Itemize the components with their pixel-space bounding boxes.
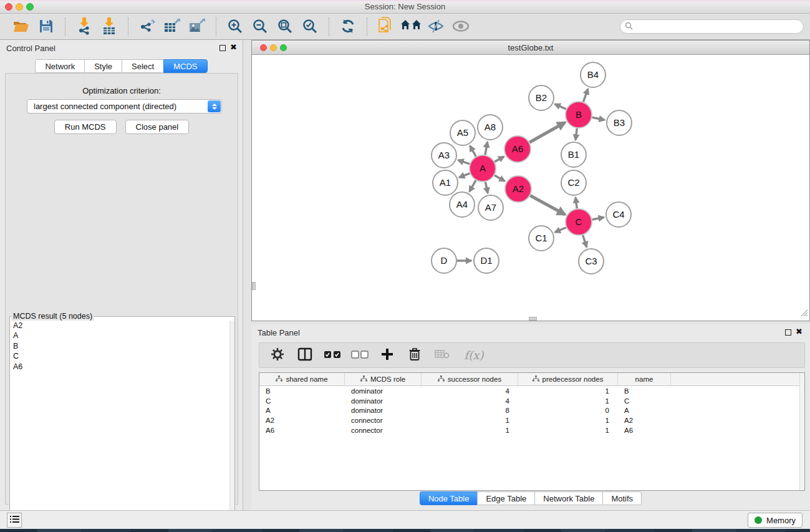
table-scrollbar[interactable] — [799, 373, 804, 490]
tab-edge-table[interactable]: Edge Table — [477, 491, 534, 505]
cell-MCDS-role[interactable]: connector — [345, 427, 422, 434]
table-row[interactable]: A6connector11A6 — [259, 425, 804, 435]
column-header-MCDS-role[interactable]: MCDS role — [345, 373, 422, 385]
cell-shared-name[interactable]: A — [259, 407, 345, 414]
graph-node-A4[interactable]: A4 — [450, 192, 475, 217]
layout-refresh-button[interactable] — [335, 16, 360, 37]
delete-table-button[interactable] — [433, 346, 451, 365]
graph-edge-A6-B[interactable] — [529, 122, 565, 142]
tab-motifs[interactable]: Motifs — [602, 491, 642, 505]
graph-node-B2[interactable]: B2 — [529, 85, 554, 110]
search-input[interactable] — [635, 22, 803, 32]
graph-edge-B-B3[interactable] — [592, 117, 605, 120]
table-row[interactable]: Adominator80A — [259, 406, 804, 416]
graph-node-C4[interactable]: C4 — [606, 202, 631, 227]
table-row[interactable]: Bdominator41B — [259, 386, 804, 396]
cell-MCDS-role[interactable]: dominator — [345, 397, 422, 405]
cell-predecessor-nodes[interactable]: 1 — [518, 397, 618, 405]
graph-node-B3[interactable]: B3 — [607, 110, 632, 135]
zoom-in-button[interactable] — [223, 16, 248, 37]
cell-MCDS-role[interactable]: connector — [345, 417, 422, 424]
cell-shared-name[interactable]: B — [259, 387, 345, 395]
graph-node-A2[interactable]: A2 — [505, 176, 531, 202]
import-network-button[interactable] — [72, 16, 97, 37]
show-column-panel-button[interactable] — [296, 346, 314, 365]
resize-grip-icon[interactable] — [801, 308, 808, 319]
graph-edge-B-B1[interactable] — [576, 128, 577, 140]
tab-mcds[interactable]: MCDS — [163, 59, 207, 73]
cell-successor-nodes[interactable]: 1 — [422, 417, 518, 424]
deselect-all-rows-button[interactable] — [350, 346, 369, 365]
graph-node-A1[interactable]: A1 — [433, 170, 458, 195]
graph-node-C2[interactable]: C2 — [561, 170, 586, 195]
cell-MCDS-role[interactable]: dominator — [345, 387, 422, 395]
export-image-button[interactable] — [185, 16, 210, 37]
save-session-button[interactable] — [34, 16, 59, 37]
table-row[interactable]: Cdominator41C — [259, 396, 804, 406]
export-network-button[interactable] — [135, 16, 160, 37]
cell-shared-name[interactable]: A2 — [259, 417, 345, 424]
graph-edge-C-C4[interactable] — [592, 217, 604, 220]
network-window-titlebar[interactable]: testGlobe.txt — [252, 41, 809, 55]
clone-network-button[interactable] — [374, 16, 398, 37]
graph-node-A3[interactable]: A3 — [432, 143, 456, 168]
run-mcds-button[interactable]: Run MCDS — [54, 120, 117, 134]
cell-name[interactable]: A2 — [618, 417, 671, 424]
cell-name[interactable]: A6 — [618, 427, 671, 434]
mcds-result-list[interactable]: A2ABCA6 — [10, 321, 234, 525]
graph-node-D[interactable]: D — [432, 248, 456, 273]
graph-node-C3[interactable]: C3 — [579, 249, 604, 274]
cell-predecessor-nodes[interactable]: 1 — [518, 387, 618, 395]
network-canvas[interactable]: AA1A2A3A4A5A6A7A8BB1B2B3B4CC1C2C3C4DD1 — [252, 55, 809, 321]
cell-shared-name[interactable]: A6 — [259, 427, 345, 434]
graph-edge-B-B4[interactable] — [583, 89, 587, 102]
result-item[interactable]: A — [10, 331, 234, 341]
cell-successor-nodes[interactable]: 4 — [422, 397, 518, 405]
criterion-dropdown[interactable]: largest connected component (directed) — [27, 99, 222, 114]
tab-select[interactable]: Select — [122, 59, 163, 73]
graph-node-A[interactable]: A — [470, 155, 496, 181]
graph-node-B4[interactable]: B4 — [581, 62, 605, 87]
memory-button[interactable]: Memory — [748, 513, 803, 528]
graph-edge-A-A7[interactable] — [485, 182, 488, 193]
delete-column-button[interactable] — [405, 346, 424, 365]
float-panel-icon[interactable] — [219, 45, 226, 51]
close-panel-icon[interactable]: ✖ — [230, 42, 237, 52]
export-table-button[interactable] — [160, 16, 185, 37]
tab-node-table[interactable]: Node Table — [420, 491, 478, 505]
column-header-name[interactable]: name — [618, 373, 671, 385]
cell-name[interactable]: B — [618, 387, 671, 395]
table-row[interactable]: A2connector11A2 — [259, 415, 804, 425]
column-header-shared-name[interactable]: shared name — [259, 373, 345, 385]
show-hide-button[interactable] — [448, 16, 473, 37]
result-item[interactable]: C — [10, 351, 234, 361]
graph-node-C[interactable]: C — [566, 209, 592, 235]
column-header-predecessor-nodes[interactable]: predecessor nodes — [518, 373, 618, 385]
cell-successor-nodes[interactable]: 8 — [422, 407, 518, 414]
table-settings-button[interactable] — [268, 346, 287, 365]
graph-edge-A-A4[interactable] — [470, 180, 476, 191]
graph-node-C1[interactable]: C1 — [529, 226, 554, 251]
graph-edge-A-A5[interactable] — [470, 146, 476, 157]
graph-node-B[interactable]: B — [566, 102, 592, 128]
tab-network-table[interactable]: Network Table — [534, 491, 602, 505]
search-field[interactable] — [620, 19, 804, 34]
graph-edge-A-A1[interactable] — [459, 173, 470, 178]
graph-edge-C-C1[interactable] — [555, 228, 566, 233]
graph-edge-A-A3[interactable] — [458, 160, 470, 164]
graph-edge-A-A6[interactable] — [494, 157, 504, 162]
graph-edge-A-A8[interactable] — [485, 142, 488, 155]
graph-node-A7[interactable]: A7 — [478, 195, 503, 220]
function-builder-button[interactable]: f(x) — [460, 346, 488, 365]
task-history-button[interactable] — [7, 513, 22, 528]
cell-name[interactable]: A — [618, 407, 671, 414]
tab-network[interactable]: Network — [35, 59, 84, 73]
import-table-button[interactable] — [97, 16, 122, 37]
graph-edge-C-C3[interactable] — [583, 235, 587, 247]
result-scrollbar[interactable] — [229, 321, 234, 525]
float-table-panel-icon[interactable] — [785, 329, 791, 336]
graph-edge-C-C2[interactable] — [576, 198, 577, 208]
cell-successor-nodes[interactable]: 1 — [422, 427, 518, 434]
result-item[interactable]: A2 — [10, 321, 234, 331]
node-table[interactable]: shared nameMCDS rolesuccessor nodesprede… — [259, 372, 805, 491]
